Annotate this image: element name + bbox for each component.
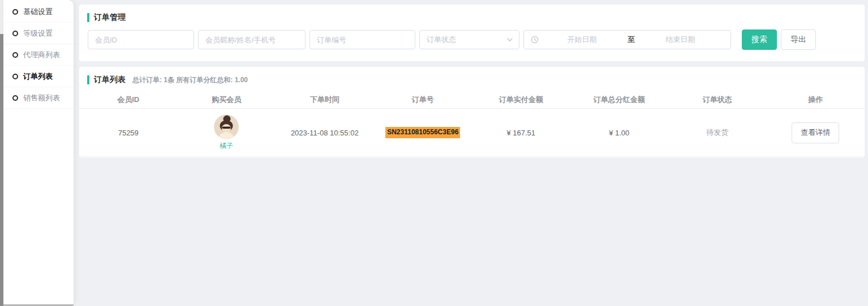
order-status-select[interactable]: 订单状态 xyxy=(419,30,519,49)
panel-title-row: 订单管理 xyxy=(79,5,865,23)
cell-buyer: 橘子 xyxy=(178,109,276,156)
member-id-input[interactable] xyxy=(88,30,194,49)
date-range-separator: 至 xyxy=(625,35,637,45)
sidebar-item-label: 订单列表 xyxy=(23,71,53,82)
column-header-order-no: 订单号 xyxy=(374,91,472,108)
radio-circle-icon xyxy=(12,74,18,79)
sidebar-item-basic-settings[interactable]: 基础设置 xyxy=(3,1,74,23)
chevron-down-icon xyxy=(506,36,513,43)
table-row: 75259 xyxy=(79,109,865,157)
date-start-placeholder[interactable]: 开始日期 xyxy=(539,35,625,45)
order-list-panel: 订单列表 总计订单: 1条 所有订单分红总和: 1.00 会员ID 购买会员 下… xyxy=(79,67,865,158)
order-management-panel: 订单管理 订单状态 开始日期 至 结束日期 搜索 导出 xyxy=(79,5,865,61)
view-details-button[interactable]: 查看详情 xyxy=(792,122,839,143)
member-info-input[interactable] xyxy=(198,30,306,49)
sidebar-item-sales-list[interactable]: 销售额列表 xyxy=(3,87,74,109)
radio-circle-icon xyxy=(12,31,18,36)
sidebar-item-label: 基础设置 xyxy=(23,7,53,17)
member-avatar[interactable] xyxy=(214,114,239,139)
column-header-dividend: 订单总分红金额 xyxy=(570,91,669,108)
title-accent-bar xyxy=(87,13,89,22)
column-header-paid-amount: 订单实付金额 xyxy=(472,91,570,108)
column-header-buyer: 购买会员 xyxy=(178,91,276,108)
member-name-link[interactable]: 橘子 xyxy=(220,141,233,151)
list-summary: 总计订单: 1条 所有订单分红总和: 1.00 xyxy=(132,75,248,85)
sidebar: 基础设置 等级设置 代理商列表 订单列表 销售额列表 xyxy=(3,0,74,305)
main-content: 订单管理 订单状态 开始日期 至 结束日期 搜索 导出 xyxy=(79,0,865,306)
column-header-member-id: 会员ID xyxy=(79,91,178,108)
list-title-row: 订单列表 总计订单: 1条 所有订单分红总和: 1.00 xyxy=(79,67,865,85)
search-button[interactable]: 搜索 xyxy=(742,29,777,50)
cell-member-id: 75259 xyxy=(79,109,178,156)
column-header-order-time: 下单时间 xyxy=(276,91,374,108)
order-status-placeholder: 订单状态 xyxy=(427,35,456,45)
clock-icon xyxy=(531,36,539,44)
column-header-status: 订单状态 xyxy=(668,91,767,108)
date-range-picker[interactable]: 开始日期 至 结束日期 xyxy=(523,30,731,49)
sidebar-item-level-settings[interactable]: 等级设置 xyxy=(3,23,74,44)
cell-dividend-amount: ¥ 1.00 xyxy=(570,109,669,156)
date-end-placeholder[interactable]: 结束日期 xyxy=(637,35,724,45)
radio-circle-icon xyxy=(12,9,18,15)
export-button[interactable]: 导出 xyxy=(781,29,816,50)
radio-circle-icon xyxy=(12,95,18,101)
page-title: 订单管理 xyxy=(94,12,126,23)
order-no-highlighted: SN23110810556C3E96 xyxy=(385,127,460,138)
cell-actions: 查看详情 xyxy=(767,109,865,156)
sidebar-item-label: 代理商列表 xyxy=(23,50,60,60)
list-title: 订单列表 xyxy=(94,75,126,85)
sidebar-item-label: 销售额列表 xyxy=(23,93,60,103)
cell-status: 待发货 xyxy=(668,109,767,156)
radio-circle-icon xyxy=(12,52,18,58)
order-number-input[interactable] xyxy=(310,30,415,49)
sidebar-item-order-list[interactable]: 订单列表 xyxy=(3,66,74,87)
title-accent-bar xyxy=(87,75,89,84)
column-header-actions: 操作 xyxy=(767,91,865,108)
cell-paid-amount: ¥ 167.51 xyxy=(472,109,570,156)
sidebar-item-label: 等级设置 xyxy=(23,28,53,39)
cell-order-no: SN23110810556C3E96 xyxy=(374,109,472,156)
sidebar-item-agent-list[interactable]: 代理商列表 xyxy=(3,44,74,66)
cell-order-time: 2023-11-08 10:55:02 xyxy=(276,109,374,156)
filter-row: 订单状态 开始日期 至 结束日期 搜索 导出 xyxy=(88,29,865,50)
table-header-row: 会员ID 购买会员 下单时间 订单号 订单实付金额 订单总分红金额 订单状态 操… xyxy=(79,91,865,109)
order-table: 会员ID 购买会员 下单时间 订单号 订单实付金额 订单总分红金额 订单状态 操… xyxy=(79,91,865,157)
